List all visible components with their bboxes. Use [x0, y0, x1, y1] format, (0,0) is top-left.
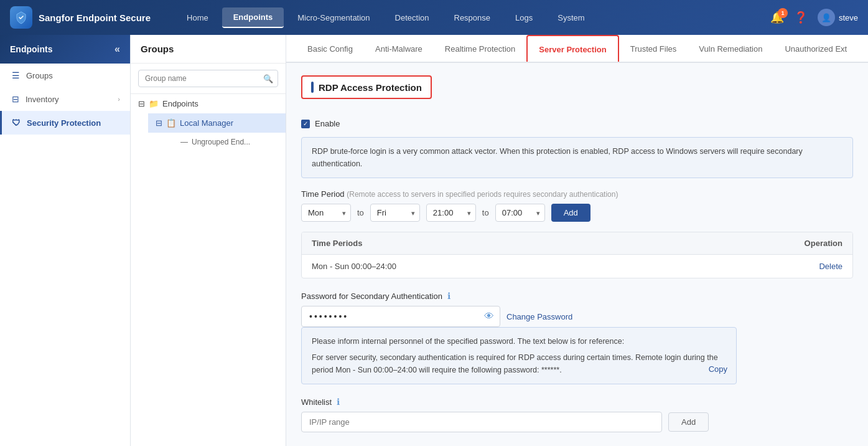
whitelist-info-icon[interactable]: ℹ: [337, 397, 340, 407]
day-to-wrapper: MonTueWedThuFriSatSun: [370, 204, 420, 222]
search-icon[interactable]: 🔍: [263, 74, 273, 83]
tree-label: Local Manager: [180, 118, 233, 128]
groups-panel: Groups 🔍 ⊟ 📁 Endpoints ⊟ 📋 Local Manager: [131, 35, 286, 446]
whitelist-input[interactable]: [301, 412, 662, 432]
app-logo: Sangfor Endpoint Secure: [10, 6, 151, 29]
col-time-periods: Time Periods: [312, 239, 780, 248]
tab-realtime-protection[interactable]: Realtime Protection: [434, 36, 526, 63]
day-from-wrapper: MonTueWedThuFriSatSun: [301, 204, 351, 222]
topnav-right: 🔔 1 ❓ 👤 steve: [770, 9, 858, 26]
topnav: Sangfor Endpoint Secure Home Endpoints M…: [0, 0, 868, 35]
inventory-icon: ⊟: [12, 94, 19, 104]
time-from-select[interactable]: 21:0022:0023:0000:00: [426, 204, 476, 222]
password-label: Password for Secondary Authentication ℹ: [301, 291, 853, 301]
tabs-bar: Basic Config Anti-Malware Realtime Prote…: [286, 35, 868, 63]
time-to-select[interactable]: 07:0008:0009:00: [495, 204, 545, 222]
shield-icon: 🛡: [12, 118, 21, 128]
password-info-icon[interactable]: ℹ: [447, 291, 450, 301]
password-input[interactable]: [301, 306, 500, 327]
tab-basic-config[interactable]: Basic Config: [296, 36, 364, 63]
groups-title: Groups: [131, 35, 286, 64]
notifications-button[interactable]: 🔔 1: [770, 11, 784, 24]
tree-item-ungrouped[interactable]: — Ungrouped End...: [175, 133, 286, 151]
tab-server-protection[interactable]: Server Protection: [526, 35, 618, 63]
section-title-wrapper: RDP Access Protection: [301, 75, 853, 109]
tree-item-local-manager[interactable]: ⊟ 📋 Local Manager: [148, 113, 286, 133]
password-row: 👁 Change Password: [301, 306, 853, 327]
nav-home[interactable]: Home: [175, 8, 220, 27]
tab-anti-malware[interactable]: Anti-Malware: [364, 36, 434, 63]
enable-checkbox[interactable]: ✓: [301, 120, 310, 128]
user-menu[interactable]: 👤 steve: [818, 9, 858, 26]
user-name: steve: [839, 13, 858, 22]
groups-icon: ☰: [12, 70, 20, 80]
tree-item-endpoints[interactable]: ⊟ 📁 Endpoints: [131, 94, 286, 113]
title-bar-accent: [311, 82, 314, 93]
time-period-row: MonTueWedThuFriSatSun to MonTueWedThuFri…: [301, 204, 853, 222]
sidebar-item-groups[interactable]: ☰ Groups: [0, 64, 130, 87]
folder-icon: 📁: [149, 99, 159, 108]
day-to-select[interactable]: MonTueWedThuFriSatSun: [370, 204, 420, 222]
whitelist-label: Whitelist ℹ: [301, 397, 853, 407]
period-value: Mon - Sun 00:00–24:00: [312, 262, 780, 271]
nav-logs[interactable]: Logs: [504, 8, 544, 27]
password-note-box: Please inform internal personnel of the …: [301, 327, 737, 384]
table-row: Mon - Sun 00:00–24:00 Delete: [302, 255, 852, 278]
sidebar-item-label: Security Protection: [27, 118, 101, 128]
delete-link[interactable]: Delete: [819, 262, 842, 271]
note-header: Please inform internal personnel of the …: [312, 335, 726, 348]
logo-icon: [10, 6, 32, 29]
tree-label: Endpoints: [162, 99, 198, 108]
change-password-link[interactable]: Change Password: [506, 312, 572, 321]
to-text-1: to: [357, 208, 364, 217]
table-header-row: Time Periods Operation: [302, 232, 852, 255]
time-periods-table: Time Periods Operation Mon - Sun 00:00–2…: [301, 232, 853, 278]
content-area: RDP Access Protection ✓ Enable RDP brute…: [286, 63, 868, 446]
tree-expand-icon: ⊟: [156, 118, 162, 128]
copy-link[interactable]: Copy: [709, 363, 727, 376]
tab-trusted-files[interactable]: Trusted Files: [619, 36, 688, 63]
delete-cell: Delete: [780, 262, 842, 271]
password-input-wrapper: 👁: [301, 306, 500, 327]
dash-icon: —: [180, 138, 188, 146]
group-search-input[interactable]: [138, 70, 278, 87]
right-panel: Basic Config Anti-Malware Realtime Prote…: [286, 35, 868, 446]
time-period-add-button[interactable]: Add: [551, 204, 590, 222]
sidebar-item-inventory[interactable]: ⊟ Inventory ›: [0, 87, 130, 111]
time-to-wrapper: 07:0008:0009:00: [495, 204, 545, 222]
tree-label: Ungrouped End...: [192, 138, 250, 146]
sidebar-title: Endpoints: [10, 44, 52, 54]
app-body: Endpoints « ☰ Groups ⊟ Inventory › 🛡 Sec…: [0, 35, 868, 446]
tab-vuln-remediation[interactable]: Vuln Remediation: [688, 36, 773, 63]
sidebar-item-label: Inventory: [26, 95, 58, 104]
nav-detection[interactable]: Detection: [384, 8, 441, 27]
info-text: RDP brute-force login is a very common a…: [312, 147, 803, 168]
whitelist-add-button[interactable]: Add: [668, 412, 709, 432]
sidebar-header: Endpoints «: [0, 35, 130, 64]
tab-unauthorized-ext[interactable]: Unauthorized Ext: [773, 36, 858, 63]
folder-icon: 📋: [166, 118, 176, 128]
day-from-select[interactable]: MonTueWedThuFriSatSun: [301, 204, 351, 222]
sidebar: Endpoints « ☰ Groups ⊟ Inventory › 🛡 Sec…: [0, 35, 131, 446]
whitelist-section: Whitelist ℹ Add: [301, 397, 853, 432]
to-text-2: to: [482, 208, 489, 217]
groups-search-area: 🔍: [131, 64, 286, 94]
tree-sub-ungrouped: — Ungrouped End...: [148, 133, 286, 151]
sidebar-item-security-protection[interactable]: 🛡 Security Protection: [0, 111, 130, 135]
note-body: For server security, secondary authentic…: [312, 351, 726, 376]
nav-response[interactable]: Response: [443, 8, 502, 27]
tree-sub-local: ⊟ 📋 Local Manager — Ungrouped End...: [131, 113, 286, 151]
nav-micro-segmentation[interactable]: Micro-Segmentation: [286, 8, 381, 27]
nav-system[interactable]: System: [546, 8, 595, 27]
tree-expand-icon: ⊟: [138, 99, 145, 108]
sidebar-item-label: Groups: [26, 71, 53, 80]
help-button[interactable]: ❓: [794, 11, 808, 24]
time-period-note: (Remote access to servers in specified p…: [347, 190, 618, 199]
whitelist-row: Add: [301, 412, 853, 432]
section-title-text: RDP Access Protection: [319, 82, 422, 93]
sidebar-collapse-button[interactable]: «: [114, 44, 120, 55]
main-content: Groups 🔍 ⊟ 📁 Endpoints ⊟ 📋 Local Manager: [131, 35, 868, 446]
topnav-menu: Home Endpoints Micro-Segmentation Detect…: [175, 7, 770, 28]
password-toggle-icon[interactable]: 👁: [484, 311, 494, 322]
nav-endpoints[interactable]: Endpoints: [222, 7, 284, 28]
